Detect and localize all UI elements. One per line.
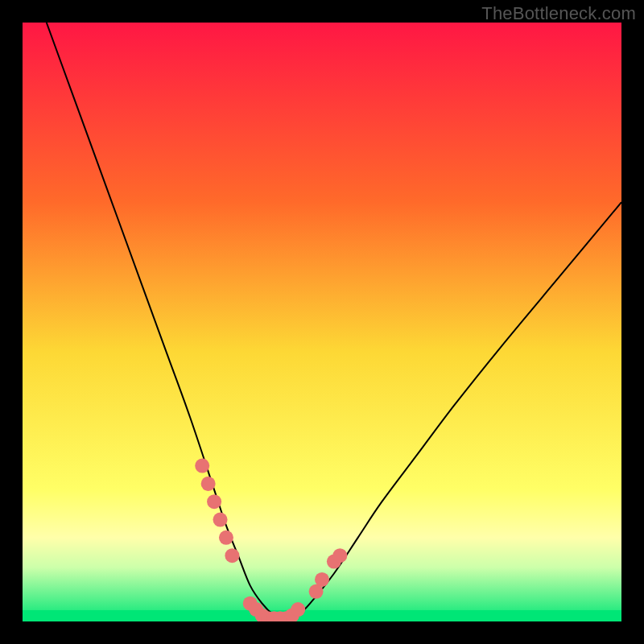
plot-area [23,23,621,621]
chart-container: TheBottleneck.com [0,0,644,644]
marker-point [201,477,216,491]
marker-point [291,602,305,617]
marker-point [195,459,209,473]
marker-point [207,494,221,509]
marker-point [213,513,228,527]
marker-point [219,530,233,545]
watermark-text: TheBottleneck.com [481,3,636,24]
gradient-background [23,23,621,621]
green-baseline-strip [23,610,621,621]
marker-point [332,548,347,563]
chart-svg [23,23,621,621]
marker-point [315,572,329,587]
marker-point [225,548,239,563]
